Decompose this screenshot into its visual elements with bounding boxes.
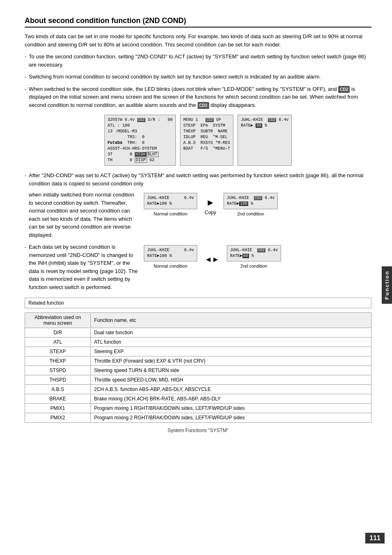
lcd-normal-2: JUHL-KHIE 6.4v RATE►100 % xyxy=(144,245,197,261)
second-condition-col-2: JUHL-KHIE CD2 6.4v RATE►80 % 2nd conditi… xyxy=(227,245,281,270)
function-tab: Function xyxy=(382,266,392,304)
table-cell-name: Brake mixing (3CH,4CH) BRK-RATE, ABS-ABP… xyxy=(91,394,371,404)
copy-word: Copy xyxy=(205,209,216,216)
both-arrows-icon: ◄► xyxy=(205,256,219,263)
table-header-name: Function name, etc xyxy=(91,313,371,328)
table-cell-abbr: PMIX2 xyxy=(25,413,91,423)
table-row: THSPDThrottle speed SPEED-LOW, MID, HIGH xyxy=(25,375,371,385)
right-arrow-icon: ► xyxy=(206,198,215,207)
table-cell-abbr: STEXP xyxy=(25,347,91,356)
bullet-item-4: After "2ND-COND" was set to ACT (active)… xyxy=(25,171,371,239)
table-cell-abbr: A.B.S xyxy=(25,385,91,394)
bullet-item-5: Each data set by second condition is mem… xyxy=(25,243,371,291)
bullet-list-3: Each data set by second condition is mem… xyxy=(25,243,371,291)
normal-condition-col-2: JUHL-KHIE 6.4v RATE►100 % Normal conditi… xyxy=(144,245,197,270)
bullet-list: To use the second condition function, se… xyxy=(25,53,371,109)
cd2-badge: CD2 xyxy=(338,86,350,93)
table-cell-abbr: THEXP xyxy=(25,356,91,366)
second-label: 2nd condition xyxy=(237,210,264,217)
table-row: ATLATL function xyxy=(25,338,371,347)
lcd-second-2: JUHL-KHIE CD2 6.4v RATE►80 % xyxy=(227,245,281,261)
top-lcd-container: 32h57m 6.4v CD2 D/R : 80 ATL : 100 13 :M… xyxy=(25,115,371,166)
table-row: D/RDual rate function xyxy=(25,328,371,338)
bullet-item-2: Switching from normal condition to secon… xyxy=(25,73,371,81)
table-cell-abbr: PMIX1 xyxy=(25,404,91,413)
related-function-header: Related function xyxy=(25,298,371,308)
second-condition-col: JUHL-KHIE CD2 6.4v RATE►100 % 2nd condit… xyxy=(224,193,278,217)
lcd-second-copy: JUHL-KHIE CD2 6.4v RATE►100 % xyxy=(224,193,278,209)
related-function-section: Related function Abbreviation used on me… xyxy=(25,298,371,423)
lcd-screen-middle: MENU 1 CD2 OF STEXP EPA SYSTM THEXP SUBT… xyxy=(180,115,233,166)
table-cell-name: Throttle speed SPEED-LOW, MID, HIGH xyxy=(91,375,371,385)
intro-paragraph: Two kinds of data can be set in one mode… xyxy=(25,32,371,49)
table-cell-name: Program mixing 1 RGHT/BRAK/DOWN sides, L… xyxy=(91,404,371,413)
second-label-2: 2nd condition xyxy=(240,263,267,270)
bullet-list-2: After "2ND-COND" was set to ACT (active)… xyxy=(25,171,371,239)
table-row: STEXPSteering EXP xyxy=(25,347,371,356)
table-header-abbr: Abbreviation used on menu screen xyxy=(25,313,91,328)
table-row: PMIX1Program mixing 1 RGHT/BRAK/DOWN sid… xyxy=(25,404,371,413)
related-function-table: Abbreviation used on menu screen Functio… xyxy=(25,312,371,423)
table-cell-abbr: BRAKE xyxy=(25,394,91,404)
lcd-screen-right: JUHL-KHIE CD2 6.4v RATE► 80 % xyxy=(238,115,292,166)
table-cell-abbr: D/R xyxy=(25,328,91,338)
table-cell-name: ATL function xyxy=(91,338,371,347)
bullet4-float-text: when initially switched from normal cond… xyxy=(29,191,140,239)
normal-condition-col: JUHL-KHIE 6.4v RATE►100 % Normal conditi… xyxy=(144,193,197,217)
table-cell-abbr: STSPD xyxy=(25,366,91,375)
table-cell-name: Program mixing 2 RGHT/BRAK/DOWN sides, L… xyxy=(91,413,371,423)
table-cell-name: 2CH A.B.S. function ABS-ABP, ABS-DLY, AB… xyxy=(91,385,371,394)
bullet-item-1: To use the second condition function, se… xyxy=(25,53,371,69)
copy-arrow-col: ► Copy xyxy=(205,194,216,216)
bullet5-float-text: Each data set by second condition is mem… xyxy=(29,243,140,291)
table-cell-name: Steering speed TURN & RETURN side xyxy=(91,366,371,375)
normal-label-2: Normal condition xyxy=(154,263,188,270)
page-number: 111 xyxy=(365,533,385,543)
lcd-screen-left: 32h57m 6.4v CD2 D/R : 80 ATL : 100 13 :M… xyxy=(104,115,176,166)
normal-label: Normal condition xyxy=(154,210,188,217)
table-row: THEXPThrottle EXP (Forward side) EXP & V… xyxy=(25,356,371,366)
table-row: PMIX2Program mixing 2 RGHT/BRAK/DOWN sid… xyxy=(25,413,371,423)
both-arrow-col: ◄► xyxy=(205,252,219,263)
table-row: A.B.S2CH A.B.S. function ABS-ABP, ABS-DL… xyxy=(25,385,371,394)
table-cell-name: Dual rate function xyxy=(91,328,371,338)
table-cell-name: Throttle EXP (Forward side) EXP & VTR (n… xyxy=(91,356,371,366)
table-cell-abbr: ATL xyxy=(25,338,91,347)
table-cell-abbr: THSPD xyxy=(25,375,91,385)
table-row: STSPDSteering speed TURN & RETURN side xyxy=(25,366,371,375)
table-cell-name: Steering EXP xyxy=(91,347,371,356)
lcd-normal-copy: JUHL-KHIE 6.4v RATE►100 % xyxy=(144,193,197,209)
page-title: About second condition function (2ND CON… xyxy=(25,16,371,28)
cd2-badge-2: CD2 xyxy=(198,102,209,109)
table-row: BRAKEBrake mixing (3CH,4CH) BRK-RATE, AB… xyxy=(25,394,371,404)
bullet-item-3: When switched to the second condition si… xyxy=(25,85,371,109)
footer-text: System Functions "SYSTM" xyxy=(25,428,371,433)
